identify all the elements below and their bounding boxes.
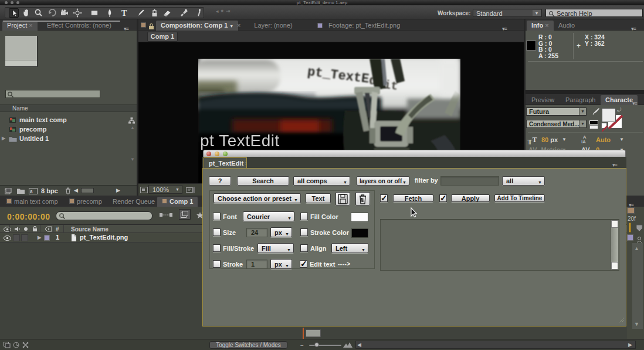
svg-text:pt TextEdit: pt TextEdit <box>200 132 280 150</box>
svg-text:IA: IA <box>581 139 586 144</box>
svg-text:T: T <box>121 9 127 18</box>
svg-text:8: 8 <box>30 189 33 194</box>
